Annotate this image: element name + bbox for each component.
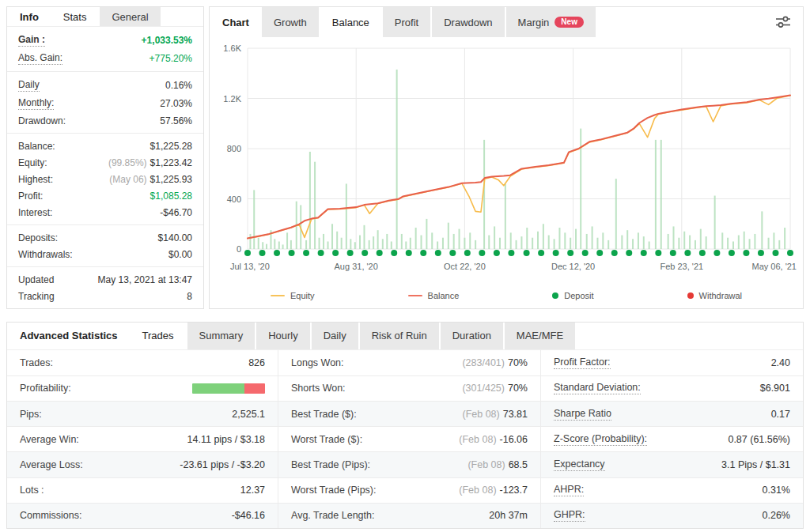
lot-bar <box>431 232 433 249</box>
tab-mae-mfe[interactable]: MAE/MFE <box>505 323 575 349</box>
lot-bar <box>727 238 729 249</box>
stat-value-best-trade-pips: (Feb 08)68.5 <box>467 459 528 470</box>
stat-value-sharpe-ratio: 0.17 <box>771 409 790 420</box>
stat-label-worst-trade: Worst Trade ($): <box>291 434 362 445</box>
lot-bar <box>738 236 740 249</box>
info-label-drawdown: Drawdown: <box>18 115 66 126</box>
info-row-updated: UpdatedMay 13, 2021 at 13:47 <box>7 271 203 288</box>
info-label-gain[interactable]: Gain : <box>18 34 45 47</box>
stat-label-ghpr[interactable]: GHPR: <box>554 509 585 522</box>
tab-balance[interactable]: Balance <box>320 7 381 37</box>
lot-bar <box>391 241 392 249</box>
chart-settings-button[interactable] <box>763 7 803 37</box>
stats-tabbar: Advanced Statistics TradesSummaryHourlyD… <box>7 323 803 350</box>
info-label-highest: Highest: <box>18 174 53 185</box>
stat-ghpr: GHPR:0.26% <box>540 504 803 528</box>
lot-bar <box>754 234 755 249</box>
lot-bar <box>258 238 259 249</box>
lot-bar <box>354 242 356 249</box>
stat-avg-trade-length: Avg. Trade Length:20h 37m <box>278 504 540 528</box>
info-group-2: Daily0.16%Monthly:27.03%Drawdown:57.56% <box>7 72 203 134</box>
lot-bar <box>516 240 517 249</box>
tab-stats[interactable]: Stats <box>51 7 99 26</box>
tab-summary[interactable]: Summary <box>187 323 255 349</box>
info-row-tracking: Tracking8 <box>7 288 203 304</box>
lot-bar <box>377 230 379 249</box>
info-value-profit: $1,085.28 <box>150 191 192 202</box>
stat-label-worst-trade-pips: Worst Trade (Pips): <box>291 485 376 496</box>
tab-label: Hourly <box>268 330 298 341</box>
stat-label-average-win: Average Win: <box>20 434 79 445</box>
tab-hourly[interactable]: Hourly <box>256 323 310 349</box>
deposit-dot <box>699 250 706 256</box>
stat-label-sharpe-ratio[interactable]: Sharpe Ratio <box>554 408 611 421</box>
tab-margin[interactable]: MarginNew <box>506 7 596 37</box>
stat-label-z-score-probability[interactable]: Z-Score (Probability): <box>554 433 647 446</box>
stat-value-profit-factor: 2.40 <box>771 357 790 368</box>
lot-bar <box>488 236 490 249</box>
legend-deposit[interactable]: Deposit <box>552 291 593 300</box>
lot-bar <box>548 236 550 249</box>
lot-bar <box>655 140 657 249</box>
info-label-daily[interactable]: Daily <box>18 79 40 92</box>
lot-bar <box>382 239 384 249</box>
deposit-dot <box>787 250 793 256</box>
x-tick-label: Dec 12, '20 <box>551 262 595 271</box>
tab-trades[interactable]: Trades <box>131 323 186 349</box>
tab-profit[interactable]: Profit <box>383 7 430 37</box>
stat-label-average-loss: Average Loss: <box>20 459 83 470</box>
lot-bar <box>570 238 571 249</box>
info-row-deposits: Deposits:$140.00 <box>7 229 203 246</box>
lot-bar <box>327 241 329 249</box>
tab-general[interactable]: General <box>100 7 160 26</box>
tab-risk-of-ruin[interactable]: Risk of Ruin <box>360 323 439 349</box>
tab-daily[interactable]: Daily <box>312 323 358 349</box>
muted-prefix: (283/401) <box>462 357 505 368</box>
info-label-tracking: Tracking <box>18 291 55 302</box>
lot-bar <box>350 239 351 249</box>
tab-label: Duration <box>452 330 491 341</box>
tab-label: Trades <box>142 330 174 341</box>
stat-value-average-loss: -23.61 pips / -$3.20 <box>180 459 265 470</box>
tab-label: Growth <box>274 17 307 28</box>
lot-bar <box>768 238 770 249</box>
tab-duration[interactable]: Duration <box>441 323 503 349</box>
stat-worst-trade: Worst Trade ($):(Feb 08)-16.06 <box>278 427 540 451</box>
deposit-dot <box>289 250 295 256</box>
legend-balance[interactable]: Balance <box>408 291 460 300</box>
stat-pips: Pips:2,525.1 <box>7 402 278 426</box>
lot-bar <box>732 241 734 249</box>
deposit-dot <box>259 250 266 256</box>
stat-value-longs-won: (283/401)70% <box>462 357 528 368</box>
stat-value-expectancy: 3.1 Pips / $1.31 <box>721 459 790 470</box>
info-label-interest: Interest: <box>18 207 52 218</box>
advanced-statistics-panel: Advanced Statistics TradesSummaryHourlyD… <box>6 322 804 529</box>
stat-label-standard-deviation[interactable]: Standard Deviation: <box>554 382 641 394</box>
legend-swatch-withdrawal <box>687 292 694 299</box>
stat-label-profit-factor[interactable]: Profit Factor: <box>554 357 611 369</box>
lot-bar <box>363 225 365 249</box>
deposit-dot <box>626 250 632 256</box>
info-label-abs-gain[interactable]: Abs. Gain: <box>18 52 62 65</box>
lot-bar <box>510 232 512 249</box>
tab-drawdown[interactable]: Drawdown <box>432 7 504 37</box>
stat-label-ahpr[interactable]: AHPR: <box>554 484 584 496</box>
stat-label-expectancy[interactable]: Expectancy <box>554 458 605 471</box>
legend-withdrawal[interactable]: Withdrawal <box>687 291 742 300</box>
lot-bar <box>532 238 533 249</box>
legend-equity[interactable]: Equity <box>271 291 315 300</box>
profitability-bar <box>192 383 265 394</box>
tab-label: Margin <box>518 17 550 28</box>
deposit-dot <box>420 250 426 256</box>
info-value-tracking: 8 <box>187 291 192 302</box>
lot-bar <box>282 244 284 249</box>
lot-bar <box>602 232 604 249</box>
deposit-dot <box>494 250 500 256</box>
tab-growth[interactable]: Growth <box>262 7 319 37</box>
stat-profitability: Profitability: <box>7 376 278 401</box>
chart-area[interactable]: 04008001.2K1.6KJul 13, '20Aug 31, '20Oct… <box>210 37 803 285</box>
stat-ahpr: AHPR:0.31% <box>540 478 803 503</box>
info-label-monthly[interactable]: Monthly: <box>18 97 54 110</box>
lot-bar <box>359 236 361 249</box>
deposit-dot <box>582 250 589 256</box>
